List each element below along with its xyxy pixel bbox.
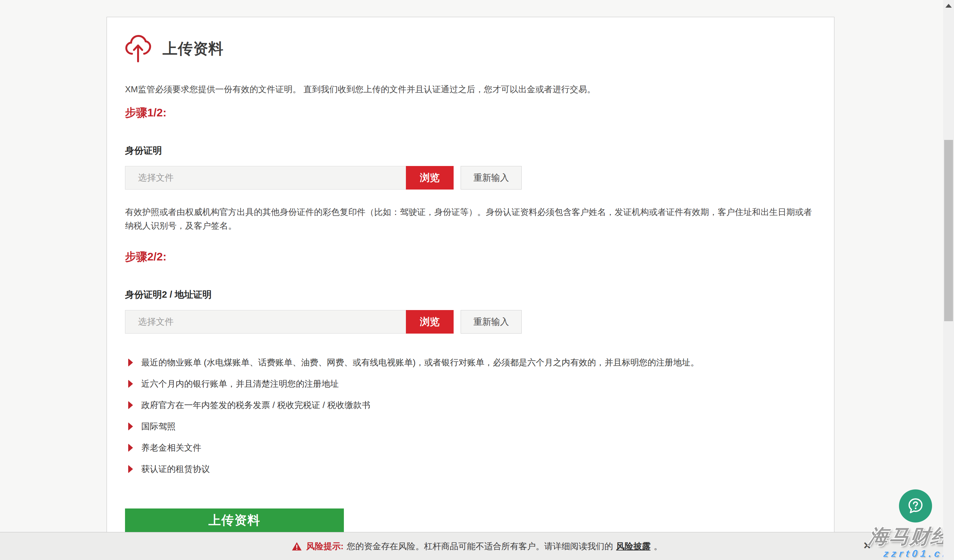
list-item-text: 养老金相关文件	[141, 443, 201, 453]
file-placeholder-2: 选择文件	[125, 316, 174, 328]
file-input-2[interactable]: 选择文件 浏览	[125, 310, 454, 334]
file-input-1[interactable]: 选择文件 浏览	[125, 166, 454, 190]
step-1-heading: 步骤1/2:	[125, 105, 816, 120]
step-2-heading: 步骤2/2:	[125, 249, 816, 264]
browse-button-2[interactable]: 浏览	[406, 310, 454, 334]
upload-documents-button[interactable]: 上传资料	[125, 509, 344, 532]
list-item: 近六个月内的银行账单，并且清楚注明您的注册地址	[125, 379, 816, 389]
identity-proof-note: 有效护照或者由权威机构官方出具的其他身份证件的彩色复印件（比如：驾驶证，身份证等…	[125, 205, 816, 233]
file-row-1: 选择文件 浏览 重新输入	[125, 166, 816, 190]
question-bubble-icon	[907, 497, 924, 515]
list-item-text: 政府官方在一年内签发的税务发票 / 税收完税证 / 税收缴款书	[141, 400, 370, 410]
scroll-up-icon[interactable]	[945, 4, 952, 8]
list-item: 获认证的租赁协议	[125, 464, 816, 474]
help-chat-button[interactable]	[899, 489, 932, 523]
upload-documents-card: 上传资料 XM监管必须要求您提供一份有效的文件证明。 直到我们收到您上传的文件并…	[106, 17, 834, 560]
risk-disclosure-link[interactable]: 风险披露	[616, 541, 650, 552]
bullet-arrow-icon	[128, 422, 133, 431]
bullet-arrow-icon	[128, 443, 133, 452]
scrollbar-thumb[interactable]	[944, 140, 953, 321]
address-proof-label: 身份证明2 / 地址证明	[125, 288, 816, 301]
file-placeholder-1: 选择文件	[125, 172, 174, 184]
list-item-text: 最近的物业账单 (水电煤账单、话费账单、油费、网费、或有线电视账单)，或者银行对…	[141, 358, 699, 367]
list-item-text: 获认证的租赁协议	[141, 464, 210, 474]
reset-button-1[interactable]: 重新输入	[461, 166, 522, 190]
page-title: 上传资料	[162, 39, 224, 59]
bullet-arrow-icon	[128, 380, 133, 388]
risk-warning-content: 风险提示: 您的资金存在风险。杠杆商品可能不适合所有客户。请详细阅读我们的风险披…	[292, 541, 662, 552]
risk-suffix: 。	[654, 541, 662, 552]
vertical-scrollbar[interactable]	[943, 0, 954, 560]
intro-text: XM监管必须要求您提供一份有效的文件证明。 直到我们收到您上传的文件并且认证通过…	[125, 83, 816, 96]
list-item: 国际驾照	[125, 422, 816, 431]
accepted-documents-list: 最近的物业账单 (水电煤账单、话费账单、油费、网费、或有线电视账单)，或者银行对…	[125, 358, 816, 474]
card-header: 上传资料	[125, 34, 816, 63]
risk-label: 风险提示:	[306, 541, 344, 552]
risk-text: 您的资金存在风险。杠杆商品可能不适合所有客户。请详细阅读我们的	[347, 541, 613, 552]
list-item-text: 近六个月内的银行账单，并且清楚注明您的注册地址	[141, 379, 339, 389]
bullet-arrow-icon	[128, 401, 133, 409]
file-row-2: 选择文件 浏览 重新输入	[125, 310, 816, 334]
identity-proof-label: 身份证明	[125, 145, 816, 157]
list-item-text: 国际驾照	[141, 422, 176, 431]
browse-button-1[interactable]: 浏览	[406, 166, 454, 190]
list-item: 养老金相关文件	[125, 443, 816, 453]
close-icon[interactable]: ×	[864, 539, 871, 551]
risk-warning-bar: 风险提示: 您的资金存在风险。杠杆商品可能不适合所有客户。请详细阅读我们的风险披…	[0, 532, 954, 560]
list-item: 最近的物业账单 (水电煤账单、话费账单、油费、网费、或有线电视账单)，或者银行对…	[125, 358, 816, 367]
upload-cloud-icon	[125, 34, 151, 63]
reset-button-2[interactable]: 重新输入	[461, 310, 522, 334]
list-item: 政府官方在一年内签发的税务发票 / 税收完税证 / 税收缴款书	[125, 400, 816, 410]
bullet-arrow-icon	[128, 358, 133, 367]
warning-triangle-icon	[292, 542, 302, 551]
bullet-arrow-icon	[128, 465, 133, 473]
